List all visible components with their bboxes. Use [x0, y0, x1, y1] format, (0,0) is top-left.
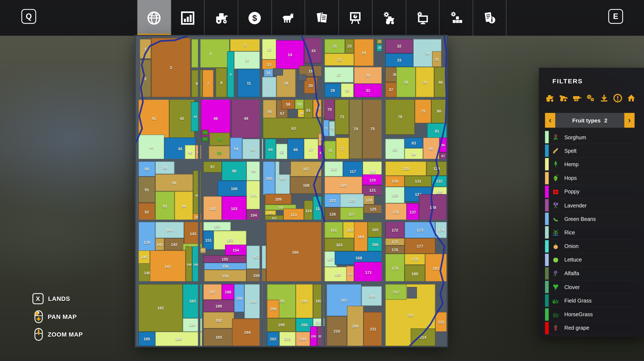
crop-filter-lavender[interactable]: Lavender: [545, 199, 634, 212]
field-55[interactable]: 55: [242, 139, 263, 160]
tab-statistics[interactable]: [171, 0, 204, 36]
field-40[interactable]: 40: [434, 67, 447, 97]
crop-filter-poppy[interactable]: Poppy: [545, 185, 634, 199]
field-49[interactable]: 49: [231, 98, 261, 138]
field-16[interactable]: 16: [264, 69, 273, 77]
field-99[interactable]: 99: [246, 161, 261, 181]
field-66[interactable]: 66: [288, 139, 304, 160]
field-52[interactable]: 52: [210, 133, 230, 146]
harvester-icon[interactable]: [558, 93, 568, 103]
field-103[interactable]: 103: [222, 196, 246, 221]
field-175[interactable]: 175: [385, 238, 405, 246]
field-31[interactable]: 31: [354, 84, 382, 97]
field-22[interactable]: 22: [324, 53, 354, 66]
field-182[interactable]: 182: [138, 284, 183, 332]
field-192[interactable]: 192: [203, 312, 234, 328]
tab-map[interactable]: [137, 0, 171, 36]
field-30[interactable]: 30: [354, 67, 382, 84]
field-125[interactable]: 125: [364, 204, 383, 214]
field-140[interactable]: 140: [155, 222, 184, 238]
field-43[interactable]: 43: [191, 102, 200, 131]
field-32[interactable]: 32: [385, 39, 413, 53]
tab-finances[interactable]: $: [238, 0, 271, 36]
field-126[interactable]: 126: [324, 207, 341, 221]
field-1[interactable]: 1: [140, 39, 151, 59]
house-icon[interactable]: [626, 93, 636, 103]
warning-icon[interactable]: [613, 93, 623, 103]
crop-filter-green-beans[interactable]: Green Beans: [545, 212, 634, 226]
crop-filter-red-grape[interactable]: Red grape: [545, 321, 634, 335]
field-85[interactable]: 85: [423, 138, 440, 160]
field-194[interactable]: 194: [232, 319, 262, 346]
field-27[interactable]: 27: [324, 67, 354, 82]
gears-icon[interactable]: [586, 93, 596, 103]
field-28[interactable]: 28: [324, 83, 341, 97]
field-62[interactable]: 62: [313, 98, 324, 117]
field-116[interactable]: 116: [324, 161, 343, 177]
field-64[interactable]: 64: [265, 139, 276, 160]
field-6[interactable]: 6: [191, 70, 202, 97]
crop-filter-sorghum[interactable]: Sorghum: [545, 131, 634, 144]
field-201[interactable]: 201: [313, 318, 324, 326]
field-208[interactable]: 208: [361, 286, 382, 306]
trailer-icon[interactable]: [572, 93, 582, 103]
field-98[interactable]: 98: [222, 161, 246, 181]
download-icon[interactable]: [599, 93, 609, 103]
field-176[interactable]: 176: [385, 246, 405, 254]
field-112[interactable]: 112: [265, 215, 284, 221]
field-108[interactable]: 108: [290, 177, 322, 194]
field-137[interactable]: 137: [406, 203, 419, 221]
field-178[interactable]: 178: [385, 254, 405, 283]
field-19[interactable]: 19: [299, 66, 322, 76]
field-121[interactable]: 121: [362, 185, 383, 195]
field-142[interactable]: 142: [164, 238, 184, 251]
field-164[interactable]: 164: [354, 222, 368, 251]
field-196[interactable]: 196: [296, 284, 313, 318]
field-151[interactable]: 151: [203, 231, 214, 250]
field-211[interactable]: 211: [364, 312, 383, 346]
field-69[interactable]: 69: [318, 146, 324, 160]
tab-garage[interactable]: [372, 0, 406, 36]
field-149[interactable]: 149: [192, 246, 199, 283]
field-50[interactable]: 50: [202, 130, 208, 135]
tractor-icon[interactable]: [545, 93, 555, 103]
field-150[interactable]: 150: [203, 222, 231, 231]
field-97[interactable]: 97: [203, 161, 222, 173]
crop-filter-spelt[interactable]: Spelt: [545, 144, 634, 158]
field-127[interactable]: 127: [340, 207, 364, 221]
field-12[interactable]: 12: [262, 39, 276, 59]
field-59[interactable]: 59: [295, 98, 304, 109]
field-51[interactable]: 51: [202, 136, 208, 142]
field-163[interactable]: 163: [324, 238, 354, 251]
field-154[interactable]: 154: [225, 245, 246, 255]
field-24[interactable]: 24: [354, 39, 374, 66]
field-104[interactable]: 104: [246, 209, 261, 221]
field-86[interactable]: 86: [440, 138, 447, 152]
field-124[interactable]: 124: [364, 195, 374, 204]
field-177[interactable]: 177: [404, 238, 435, 254]
field-72[interactable]: 72: [329, 121, 335, 136]
field-38[interactable]: 38: [396, 67, 416, 97]
field-136[interactable]: 136: [385, 203, 406, 221]
field-63[interactable]: 63: [263, 118, 324, 138]
field-113[interactable]: 113: [284, 208, 304, 221]
field-100[interactable]: 100: [218, 181, 250, 196]
field-129[interactable]: 129: [426, 161, 447, 176]
field-187[interactable]: 187: [203, 284, 222, 300]
field-11[interactable]: 11: [238, 69, 260, 97]
field-81[interactable]: 81: [427, 123, 447, 139]
field-210[interactable]: 210: [326, 316, 347, 346]
lands-hotkey-button[interactable]: X: [32, 293, 44, 304]
field-174[interactable]: 174: [436, 222, 447, 238]
field-53[interactable]: 53: [208, 146, 230, 160]
field-143[interactable]: 143: [184, 221, 202, 246]
field-10[interactable]: 10: [234, 51, 260, 69]
field-80[interactable]: 80: [431, 98, 447, 123]
field-92[interactable]: 92: [138, 203, 155, 221]
field-105[interactable]: 105: [263, 161, 275, 195]
field-78[interactable]: 78: [385, 98, 415, 135]
tab-game-settings[interactable]: [439, 0, 473, 36]
field-206[interactable]: 206: [317, 326, 324, 346]
field-153[interactable]: 153: [200, 248, 206, 253]
field-179[interactable]: 179: [404, 254, 425, 265]
